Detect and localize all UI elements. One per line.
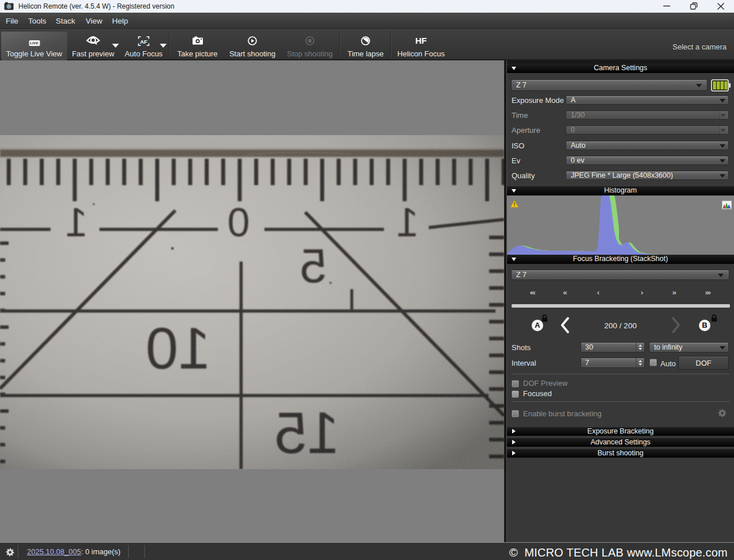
svg-text:AF: AF: [140, 39, 148, 45]
